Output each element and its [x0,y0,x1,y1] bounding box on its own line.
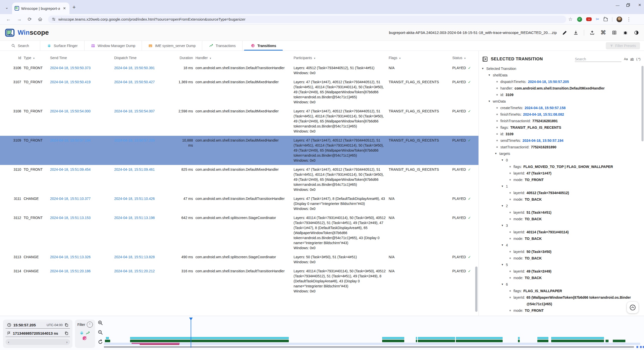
home-icon[interactable] [38,17,43,22]
tree-node[interactable]: ▼5 [479,261,644,268]
table-row[interactable]: 3112TO_FRONT2024-04-18, 15:51:13.1532024… [0,213,478,252]
shortcuts-icon[interactable]: ⌘ [600,30,606,36]
timeline-mini-scrollbar[interactable]: ‹ › [6,339,70,345]
cell-send-time[interactable]: 2024-04-18, 15:51:09.454 [50,167,112,192]
column-header-participants[interactable]: Participants▼ [294,56,386,60]
match-word-toggle[interactable]: ab [630,57,634,61]
expand-arrow-icon[interactable]: ▼ [500,242,504,248]
cell-send-time[interactable]: 2024-04-18, 15:51:10.377 [50,196,112,211]
cell-send-time[interactable]: 2024-04-18, 15:50:54.000 [50,109,112,134]
upload-icon[interactable] [589,30,595,36]
new-tab-button[interactable]: + [72,4,76,11]
tree-node[interactable]: ▼1 [479,183,644,190]
tree-node[interactable]: ▼shellData [479,72,644,78]
table-row[interactable]: 3113CHANGE2024-04-18, 15:51:13.3262024-0… [0,252,478,267]
tab-search-chevron-icon[interactable]: ⌄ [3,3,11,12]
expand-arrow-icon[interactable]: ▼ [500,261,504,268]
current-time-value[interactable]: 15:50:57.205 [13,323,36,327]
expand-arrow-icon[interactable]: ▼ [487,98,491,105]
filter-dropdown-icon[interactable]: ▼ [399,57,401,60]
extensions-puzzle-icon[interactable] [603,17,608,22]
tab-ime-dump[interactable]: IME system_server Dump [142,41,202,51]
cell-dispatch-time[interactable]: 2024-04-18, 15:50:50.427 [114,79,176,105]
timeline-cursor-line[interactable] [191,320,191,348]
nanoseconds-value[interactable]: 1713469857205164013 ns [13,331,58,335]
extension-green-icon[interactable]: ✓ [577,17,582,22]
browser-menu-icon[interactable]: ⋮ [626,16,631,22]
tree-node[interactable]: ▼4 [479,242,644,248]
tree-node[interactable]: ▼wmData [479,98,644,105]
expand-arrow-icon[interactable]: ▼ [500,157,504,163]
url-text[interactable]: winscope.teams.x20web.corp.google.com/pr… [58,17,246,21]
timeline-canvas[interactable] [104,316,644,350]
back-icon[interactable]: ← [6,17,11,22]
bookmark-star-icon[interactable]: ☆ [568,16,573,22]
expand-arrow-icon[interactable]: ▼ [481,65,485,72]
edit-file-icon[interactable] [562,30,568,36]
scroll-left-icon[interactable]: ‹ [8,340,9,344]
column-header-handler[interactable]: Handler▼ [195,56,291,60]
table-row[interactable]: 3110TO_FRONT2024-04-18, 15:51:09.4542024… [0,165,478,194]
tab-surface-flinger[interactable]: Surface Flinger [40,41,85,51]
window-minimize-button[interactable]: — [615,3,620,7]
tree-node[interactable]: ▼Selected Transition [479,65,644,72]
surface-flinger-filter-icon[interactable] [79,331,84,335]
report-bug-icon[interactable] [622,30,628,36]
download-icon[interactable] [573,30,579,36]
zoom-out-icon[interactable] [98,330,103,335]
scissors-extension-icon[interactable]: ✂ [596,17,599,22]
table-row[interactable]: 3108TO_FRONT2024-04-18, 15:50:54.0002024… [0,107,478,136]
table-scrollbar[interactable] [475,267,477,312]
browser-tab[interactable]: Winscope | bugreport-ak ✕ [12,3,69,14]
nanoseconds-field[interactable]: 1713469857205164013 ns [6,330,70,337]
zoom-in-icon[interactable] [98,320,103,326]
copy-ns-icon[interactable] [65,331,68,335]
transitions-filter-icon[interactable] [82,336,87,341]
documentation-icon[interactable] [611,30,617,36]
dark-mode-icon[interactable] [633,30,639,36]
collapse-filter-icon[interactable]: ⌃ [87,322,93,328]
cell-send-time[interactable]: 2024-04-18, 15:51:13.326 [50,254,112,265]
table-row[interactable]: 3111CHANGE2024-04-18, 15:51:10.3772024-0… [0,194,478,213]
extension-red-icon[interactable]: » [586,17,592,21]
cell-send-time[interactable]: 2024-04-18, 15:50:50.419 [50,79,112,105]
zoom-reset-icon[interactable] [98,339,103,345]
column-header-type[interactable]: Type▼ [24,56,48,60]
column-header-duration[interactable]: Duration [178,56,193,60]
tab-transactions[interactable]: Transactions [202,41,243,51]
expand-arrow-icon[interactable]: ▼ [500,183,504,190]
cell-send-time[interactable]: 2024-04-18, 15:51:20.186 [50,269,112,294]
cell-dispatch-time[interactable]: 2024-04-18, 15:50:57.205 [114,138,176,163]
tree-node[interactable]: ▼2 [479,203,644,209]
reload-icon[interactable]: ⟳ [28,16,32,22]
expand-arrow-icon[interactable]: ▼ [487,72,491,78]
current-time-field[interactable]: 15:50:57.205 UTC-04:00 [6,322,70,329]
filter-dropdown-icon[interactable]: ▼ [464,57,466,60]
profile-avatar[interactable] [616,16,622,22]
cell-send-time[interactable]: 2024-04-18, 15:50:57.194 [50,138,112,163]
site-settings-icon[interactable] [52,17,56,21]
filter-presets-button[interactable]: Filter Presets [606,42,640,49]
column-header-flags[interactable]: Flags▼ [389,56,450,60]
cell-dispatch-time[interactable]: 2024-04-18, 15:51:09.461 [114,167,176,192]
column-header-dispatch-time[interactable]: Dispatch Time [114,56,176,60]
column-header-send-time[interactable]: Send Time [50,56,112,60]
tab-close-icon[interactable]: ✕ [62,6,67,11]
cell-dispatch-time[interactable]: 2024-04-18, 15:51:13.198 [114,215,176,250]
tab-search[interactable]: Search [0,41,40,51]
table-row[interactable]: 3114CHANGE2024-04-18, 15:51:20.1862024-0… [0,267,478,296]
panel-search-input[interactable]: Search [575,57,621,62]
cell-dispatch-time[interactable]: 2024-04-18, 15:51:20.212 [114,269,176,294]
regex-toggle[interactable]: (.*) [636,57,640,61]
column-header-status[interactable]: Status▼ [452,56,474,60]
tree-node[interactable]: ▼6 [479,281,644,288]
expand-arrow-icon[interactable]: ▼ [494,150,498,157]
expand-arrow-icon[interactable]: ▼ [500,203,504,209]
panel-scrollbar[interactable] [641,66,643,141]
copy-time-icon[interactable] [65,323,68,327]
window-restore-button[interactable] [626,3,631,7]
cell-dispatch-time[interactable]: 2024-04-18, 15:51:13.828 [114,254,176,265]
tab-window-manager-dump[interactable]: Window Manager Dump [85,41,142,51]
filter-dropdown-icon[interactable]: ▼ [313,57,316,60]
match-case-toggle[interactable]: Aa [624,57,628,61]
